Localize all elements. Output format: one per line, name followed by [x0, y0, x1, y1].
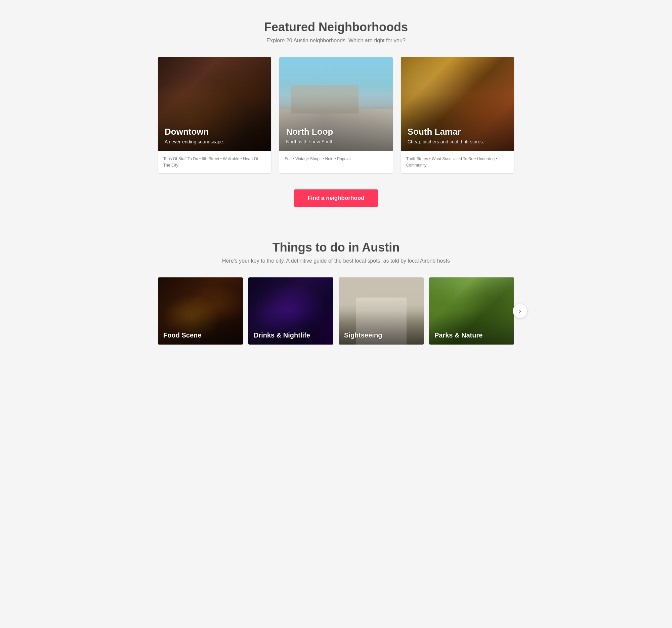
north-loop-image-container: North Loop North is the new South.: [279, 57, 392, 151]
find-neighborhood-button[interactable]: Find a neighborhood: [294, 190, 378, 207]
south-lamar-tagline: Cheap pitchers and cool thrift stores.: [408, 139, 507, 144]
downtown-overlay: Downtown A never-ending soundscape.: [158, 57, 271, 151]
downtown-tagline: A never-ending soundscape.: [165, 139, 264, 144]
north-loop-name: North Loop: [286, 127, 386, 137]
parks-nature-label: Parks & Nature: [434, 331, 482, 339]
north-loop-tagline: North is the new South.: [286, 139, 386, 144]
things-card-parks-nature[interactable]: Parks & Nature: [429, 277, 514, 345]
things-card-food-scene[interactable]: Food Scene: [158, 277, 243, 345]
things-title: Things to do in Austin: [158, 241, 514, 255]
south-lamar-overlay: South Lamar Cheap pitchers and cool thri…: [401, 57, 514, 151]
things-subtitle: Here's your key to the city. A definitiv…: [158, 258, 514, 264]
things-card-drinks-nightlife[interactable]: Drinks & Nightlife: [248, 277, 333, 345]
things-card-sightseeing[interactable]: Sightseeing: [339, 277, 424, 345]
sightseeing-label: Sightseeing: [344, 331, 382, 339]
sightseeing-overlay: Sightseeing: [339, 277, 424, 345]
downtown-image-container: Downtown A never-ending soundscape.: [158, 57, 271, 151]
chevron-right-icon: ›: [519, 308, 521, 315]
north-loop-tags: Fun • Vintage Shops • Nolo • Popular: [279, 151, 392, 167]
things-grid: Food Scene Drinks & Nightlife Sightseein…: [158, 277, 514, 345]
north-loop-overlay: North Loop North is the new South.: [279, 57, 392, 151]
downtown-tags: Tons Of Stuff To Do • 6th Street • Walka…: [158, 151, 271, 173]
parks-nature-overlay: Parks & Nature: [429, 277, 514, 345]
featured-title: Featured Neighborhoods: [158, 20, 514, 34]
carousel-next-button[interactable]: ›: [513, 304, 528, 318]
cta-container: Find a neighborhood: [158, 190, 514, 207]
things-section: Things to do in Austin Here's your key t…: [158, 234, 514, 345]
drinks-nightlife-overlay: Drinks & Nightlife: [248, 277, 333, 345]
things-section-header: Things to do in Austin Here's your key t…: [158, 241, 514, 264]
food-scene-label: Food Scene: [163, 331, 201, 339]
drinks-nightlife-label: Drinks & Nightlife: [254, 331, 310, 339]
neighborhood-card-south-lamar[interactable]: South Lamar Cheap pitchers and cool thri…: [401, 57, 514, 173]
featured-subtitle: Explore 20 Austin neighborhoods. Which a…: [158, 37, 514, 44]
featured-section-header: Featured Neighborhoods Explore 20 Austin…: [158, 20, 514, 44]
downtown-name: Downtown: [165, 127, 264, 137]
food-scene-overlay: Food Scene: [158, 277, 243, 345]
neighborhoods-grid: Downtown A never-ending soundscape. Tons…: [158, 57, 514, 173]
south-lamar-image-container: South Lamar Cheap pitchers and cool thri…: [401, 57, 514, 151]
featured-neighborhoods-section: Featured Neighborhoods Explore 20 Austin…: [158, 20, 514, 207]
south-lamar-name: South Lamar: [408, 127, 507, 137]
neighborhood-card-downtown[interactable]: Downtown A never-ending soundscape. Tons…: [158, 57, 271, 173]
neighborhood-card-north-loop[interactable]: North Loop North is the new South. Fun •…: [279, 57, 392, 173]
south-lamar-tags: Thrift Stores • What Soco Used To Be • U…: [401, 151, 514, 173]
page-wrapper: Featured Neighborhoods Explore 20 Austin…: [144, 0, 528, 365]
things-carousel-wrapper: Food Scene Drinks & Nightlife Sightseein…: [158, 277, 514, 345]
